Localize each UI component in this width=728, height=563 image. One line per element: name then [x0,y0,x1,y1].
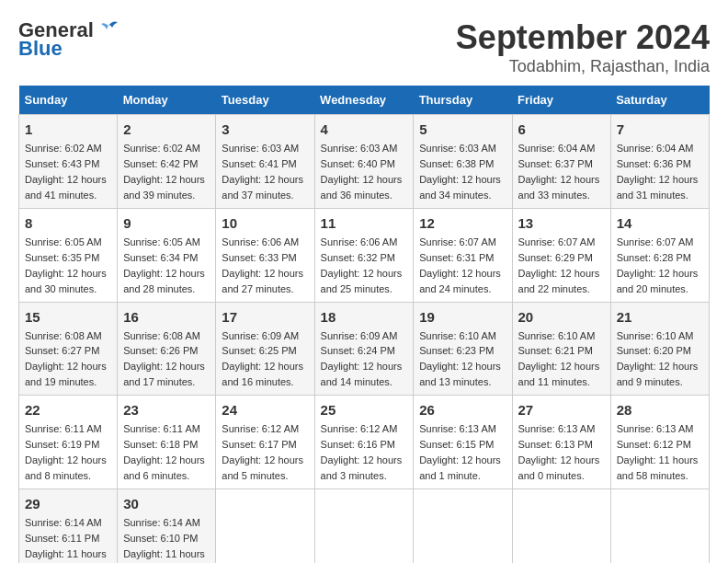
calendar-cell [314,489,414,564]
logo-bird-icon [96,18,121,37]
header-day-wednesday: Wednesday [314,86,414,115]
day-number: 1 [25,120,111,139]
day-info: Sunrise: 6:02 AMSunset: 6:43 PMDaylight:… [25,143,107,201]
calendar-cell: 6Sunrise: 6:04 AMSunset: 6:37 PMDaylight… [512,115,610,209]
day-number: 8 [25,213,111,233]
header-day-friday: Friday [512,86,610,115]
day-number: 13 [518,213,605,233]
day-info: Sunrise: 6:11 AMSunset: 6:18 PMDaylight:… [123,423,205,481]
calendar-cell: 17Sunrise: 6:09 AMSunset: 6:25 PMDayligh… [216,302,314,396]
day-number: 2 [123,120,210,139]
calendar-header: SundayMondayTuesdayWednesdayThursdayFrid… [19,86,710,115]
day-number: 29 [25,494,111,513]
day-info: Sunrise: 6:02 AMSunset: 6:42 PMDaylight:… [123,143,205,201]
page-header: General Blue September 2024 Todabhim, Ra… [18,18,710,76]
day-info: Sunrise: 6:07 AMSunset: 6:31 PMDaylight:… [419,236,501,294]
calendar-cell: 26Sunrise: 6:13 AMSunset: 6:15 PMDayligh… [414,396,512,489]
calendar-cell: 23Sunrise: 6:11 AMSunset: 6:18 PMDayligh… [118,396,216,489]
day-info: Sunrise: 6:13 AMSunset: 6:15 PMDaylight:… [419,423,501,481]
calendar-body: 1Sunrise: 6:02 AMSunset: 6:43 PMDaylight… [19,115,710,564]
day-number: 7 [617,120,703,139]
day-info: Sunrise: 6:03 AMSunset: 6:40 PMDaylight:… [321,143,403,201]
calendar-week-5: 29Sunrise: 6:14 AMSunset: 6:11 PMDayligh… [19,489,710,564]
day-number: 11 [321,213,408,233]
day-number: 17 [222,307,308,327]
day-number: 3 [222,120,308,139]
day-number: 5 [419,120,506,139]
header-day-thursday: Thursday [414,86,512,115]
day-info: Sunrise: 6:12 AMSunset: 6:17 PMDaylight:… [222,423,303,481]
calendar-cell: 7Sunrise: 6:04 AMSunset: 6:36 PMDaylight… [610,115,709,209]
calendar-cell: 27Sunrise: 6:13 AMSunset: 6:13 PMDayligh… [512,396,610,489]
calendar-cell: 28Sunrise: 6:13 AMSunset: 6:12 PMDayligh… [610,396,709,489]
day-info: Sunrise: 6:04 AMSunset: 6:37 PMDaylight:… [518,143,600,201]
day-info: Sunrise: 6:11 AMSunset: 6:19 PMDaylight:… [25,423,107,481]
calendar-cell: 9Sunrise: 6:05 AMSunset: 6:34 PMDaylight… [118,208,216,302]
calendar-cell [414,489,512,564]
day-info: Sunrise: 6:07 AMSunset: 6:29 PMDaylight:… [518,236,600,294]
day-number: 6 [518,120,605,139]
calendar-cell: 2Sunrise: 6:02 AMSunset: 6:42 PMDaylight… [118,115,216,209]
calendar-title: September 2024 [456,18,710,57]
day-info: Sunrise: 6:10 AMSunset: 6:20 PMDaylight:… [617,330,699,388]
header-day-saturday: Saturday [610,86,709,115]
day-info: Sunrise: 6:09 AMSunset: 6:24 PMDaylight:… [321,330,403,388]
header-day-tuesday: Tuesday [216,86,314,115]
calendar-cell: 13Sunrise: 6:07 AMSunset: 6:29 PMDayligh… [512,208,610,302]
day-info: Sunrise: 6:05 AMSunset: 6:35 PMDaylight:… [25,236,107,294]
calendar-cell: 14Sunrise: 6:07 AMSunset: 6:28 PMDayligh… [610,208,709,302]
calendar-cell: 4Sunrise: 6:03 AMSunset: 6:40 PMDaylight… [314,115,414,209]
calendar-cell: 11Sunrise: 6:06 AMSunset: 6:32 PMDayligh… [314,208,414,302]
calendar-cell [216,489,314,564]
day-info: Sunrise: 6:04 AMSunset: 6:36 PMDaylight:… [617,143,699,201]
logo: General Blue [18,18,121,61]
calendar-cell [512,489,610,564]
day-number: 10 [222,213,308,233]
header-day-monday: Monday [118,86,216,115]
calendar-cell: 18Sunrise: 6:09 AMSunset: 6:24 PMDayligh… [314,302,414,396]
calendar-cell: 16Sunrise: 6:08 AMSunset: 6:26 PMDayligh… [118,302,216,396]
calendar-cell: 3Sunrise: 6:03 AMSunset: 6:41 PMDaylight… [216,115,314,209]
day-number: 22 [25,400,111,419]
day-number: 28 [617,400,703,419]
calendar-cell: 29Sunrise: 6:14 AMSunset: 6:11 PMDayligh… [19,489,118,564]
day-number: 4 [321,120,408,139]
calendar-cell: 12Sunrise: 6:07 AMSunset: 6:31 PMDayligh… [414,208,512,302]
calendar-table: SundayMondayTuesdayWednesdayThursdayFrid… [18,86,710,563]
calendar-cell: 20Sunrise: 6:10 AMSunset: 6:21 PMDayligh… [512,302,610,396]
calendar-cell: 25Sunrise: 6:12 AMSunset: 6:16 PMDayligh… [314,396,414,489]
day-number: 18 [321,307,408,327]
day-number: 15 [25,307,111,327]
calendar-cell: 8Sunrise: 6:05 AMSunset: 6:35 PMDaylight… [19,208,118,302]
day-info: Sunrise: 6:08 AMSunset: 6:27 PMDaylight:… [25,330,107,388]
day-info: Sunrise: 6:03 AMSunset: 6:38 PMDaylight:… [419,143,501,201]
day-info: Sunrise: 6:08 AMSunset: 6:26 PMDaylight:… [123,330,205,388]
calendar-cell: 10Sunrise: 6:06 AMSunset: 6:33 PMDayligh… [216,208,314,302]
day-number: 25 [321,400,408,419]
calendar-subtitle: Todabhim, Rajasthan, India [456,57,710,76]
calendar-week-1: 1Sunrise: 6:02 AMSunset: 6:43 PMDaylight… [19,115,710,209]
day-info: Sunrise: 6:10 AMSunset: 6:23 PMDaylight:… [419,330,501,388]
header-day-sunday: Sunday [19,86,118,115]
day-info: Sunrise: 6:13 AMSunset: 6:13 PMDaylight:… [518,423,600,481]
calendar-cell: 5Sunrise: 6:03 AMSunset: 6:38 PMDaylight… [414,115,512,209]
day-info: Sunrise: 6:14 AMSunset: 6:11 PMDaylight:… [25,517,107,563]
day-info: Sunrise: 6:14 AMSunset: 6:10 PMDaylight:… [123,517,205,563]
calendar-cell: 24Sunrise: 6:12 AMSunset: 6:17 PMDayligh… [216,396,314,489]
day-number: 24 [222,400,308,419]
day-info: Sunrise: 6:09 AMSunset: 6:25 PMDaylight:… [222,330,303,388]
day-number: 26 [419,400,506,419]
day-number: 16 [123,307,210,327]
calendar-week-2: 8Sunrise: 6:05 AMSunset: 6:35 PMDaylight… [19,208,710,302]
calendar-cell: 1Sunrise: 6:02 AMSunset: 6:43 PMDaylight… [19,115,118,209]
calendar-cell: 22Sunrise: 6:11 AMSunset: 6:19 PMDayligh… [19,396,118,489]
day-number: 30 [123,494,210,513]
day-info: Sunrise: 6:13 AMSunset: 6:12 PMDaylight:… [617,423,699,481]
day-number: 27 [518,400,605,419]
day-number: 9 [123,213,210,233]
day-info: Sunrise: 6:06 AMSunset: 6:32 PMDaylight:… [321,236,403,294]
day-number: 19 [419,307,506,327]
day-info: Sunrise: 6:05 AMSunset: 6:34 PMDaylight:… [123,236,205,294]
calendar-cell: 15Sunrise: 6:08 AMSunset: 6:27 PMDayligh… [19,302,118,396]
calendar-cell: 21Sunrise: 6:10 AMSunset: 6:20 PMDayligh… [610,302,709,396]
